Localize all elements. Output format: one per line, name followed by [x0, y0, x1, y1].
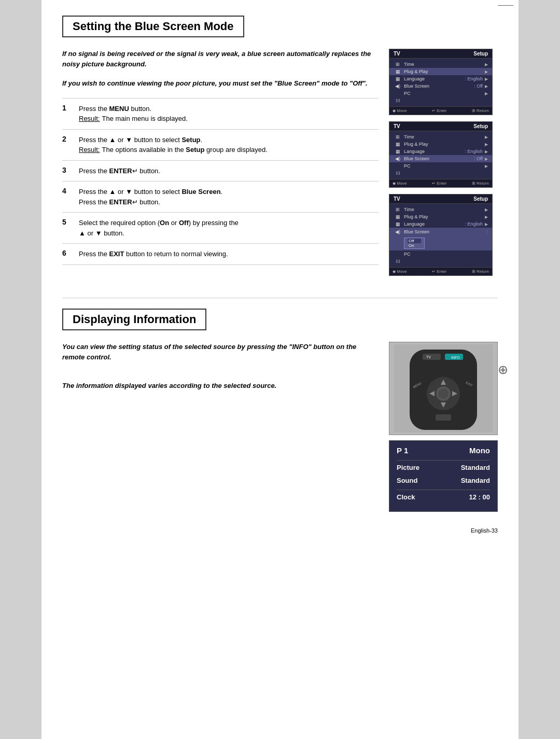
tv-panel-1-footer: ◆ Move ↵ Enter ⊞ Return	[389, 106, 492, 115]
tv-panel-2: TV Setup ⊞ Time ▶ ▦ Plug & Play ▶	[389, 121, 493, 188]
table-row: 4 Press the ▲ or ▼ button to select Blue…	[62, 182, 379, 213]
table-row: 3 Press the ENTER↵ button.	[62, 160, 379, 182]
section2-title: Displaying Information	[73, 313, 196, 326]
step-num-1: 1	[62, 98, 77, 129]
sound-icon: ◀)	[394, 156, 402, 161]
clock-icon: ⊞	[394, 207, 402, 212]
menu-label: Plug & Play	[404, 69, 483, 74]
arrow-icon: ▶	[485, 207, 488, 212]
lang-icon: ▦	[394, 221, 402, 227]
svg-text:TV: TV	[426, 355, 431, 359]
arrow-icon: ▶	[485, 222, 488, 227]
section1-content: If no signal is being received or the si…	[62, 49, 498, 282]
arrow-icon: ▶	[485, 164, 488, 169]
arrow-icon: ▶	[485, 84, 488, 89]
tv-menu-row: ▦ Language : English ▶	[389, 148, 492, 155]
arrow-icon: ▶	[485, 157, 488, 161]
arrow-icon: ▶	[485, 149, 488, 154]
tv-menu-row: ⁞⁞⁞	[389, 97, 492, 104]
svg-rect-2	[423, 354, 441, 360]
tv-panel-1: TV Setup ⊞ Time ▶ ▦ Plug & Play ▶	[389, 49, 493, 115]
menu-label: PC	[404, 252, 488, 257]
remote-control-image: INFO TV MENU	[389, 342, 498, 435]
arrow-icon: ▶	[485, 62, 488, 67]
step-content-2: Press the ▲ or ▼ button to select Setup.…	[77, 129, 379, 160]
arrow-icon: ▶	[485, 77, 488, 81]
arrow-icon: ▶	[485, 215, 488, 219]
clock-icon: ⊞	[394, 62, 402, 67]
tv-menu-row: ▦ Plug & Play ▶	[389, 141, 492, 148]
page: Setting the Blue Screen Mode If no signa…	[41, 0, 519, 739]
clock-row: Clock 12 : 00	[397, 493, 490, 501]
arrow-icon: ▶	[485, 135, 488, 140]
tv-menu-row-highlighted: ◀) Blue Screen : Off ▶	[389, 155, 492, 162]
arrow-icon: ▶	[485, 142, 488, 147]
sound-row: Sound Standard	[397, 477, 490, 484]
step-num-2: 2	[62, 129, 77, 160]
divider	[397, 490, 490, 490]
sound-icon: ◀)	[394, 229, 402, 234]
clock-label: Clock	[397, 493, 415, 501]
plug-icon: ▦	[394, 142, 402, 147]
tv-panel-3-footer: ◆ Move ↵ Enter ⊞ Return	[389, 267, 492, 275]
tv-panel-2-body: ⊞ Time ▶ ▦ Plug & Play ▶ ▦ Language	[389, 131, 492, 179]
menu-value: :	[486, 229, 488, 234]
menu-label: Language	[404, 221, 463, 227]
sound-label: Sound	[397, 477, 417, 484]
arrow-icon: ▶	[485, 69, 488, 74]
section1-title: Setting the Blue Screen Mode	[73, 20, 234, 33]
tv-header-right: Setup	[473, 123, 488, 129]
extra-icon: ⁞⁞⁞	[394, 98, 402, 103]
tv-menu-row: PC	[389, 250, 492, 258]
plug-icon: ▦	[394, 214, 402, 219]
menu-label: Time	[404, 207, 483, 212]
section2-content: You can view the setting status of the s…	[62, 342, 498, 512]
step-content-4: Press the ▲ or ▼ button to select Blue S…	[77, 182, 379, 213]
menu-label: PC	[404, 163, 483, 169]
tv-header-left: TV	[394, 123, 400, 129]
footer-enter: ↵ Enter	[432, 108, 446, 113]
footer-move: ◆ Move	[393, 181, 407, 186]
menu-label: Plug & Play	[404, 214, 483, 219]
tv-panel-2-footer: ◆ Move ↵ Enter ⊞ Return	[389, 179, 492, 187]
result-label: Result:	[79, 114, 100, 124]
tv-menu-row: PC ▶	[389, 90, 492, 97]
step-num-4: 4	[62, 182, 77, 213]
audio-mode: Mono	[469, 446, 490, 455]
section2-left: You can view the setting status of the s…	[62, 342, 379, 512]
plug-icon: ▦	[394, 69, 402, 74]
step-content-6: Press the EXIT button to return to norma…	[77, 244, 379, 265]
page-number: English-33	[62, 527, 498, 534]
tv-panel-1-body: ⊞ Time ▶ ▦ Plug & Play ▶ ▦ Language	[389, 59, 492, 106]
section2-title-box: Displaying Information	[62, 309, 206, 330]
menu-label: Language	[404, 76, 463, 81]
lang-icon: ▦	[394, 149, 402, 154]
tv-menu-row: ⊞ Time ▶	[389, 206, 492, 213]
menu-label: Blue Screen	[404, 156, 472, 161]
footer-return: ⊞ Return	[472, 108, 489, 113]
menu-value: : English	[465, 76, 483, 81]
tv-menu-row: ⁞⁞⁞	[389, 170, 492, 177]
step-num-6: 6	[62, 244, 77, 265]
section1-intro1: If no signal is being received or the si…	[62, 49, 379, 69]
tv-header-left: TV	[394, 196, 400, 202]
extra-icon: ⁞⁞⁞	[394, 171, 402, 176]
sound-value: Standard	[461, 477, 490, 484]
footer-move: ◆ Move	[393, 269, 407, 274]
step1-result: The main menu is displayed.	[102, 114, 187, 124]
menu-value: : Off	[474, 156, 483, 161]
picture-row: Picture Standard	[397, 464, 490, 471]
tv-panel-3-body: ⊞ Time ▶ ▦ Plug & Play ▶ ▦ Language	[389, 204, 492, 267]
clock-value: 12 : 00	[469, 493, 490, 501]
menu-label: Blue Screen	[404, 229, 484, 234]
registration-mark: ⊕	[498, 362, 508, 377]
tv-menu-row: ▦ Plug & Play ▶	[389, 68, 492, 75]
tv-panel-2-header: TV Setup	[389, 122, 492, 131]
channel-row: P 1 Mono	[397, 446, 490, 455]
arrow-icon: ▶	[485, 91, 488, 96]
page-num-label: English-33	[471, 527, 498, 534]
section2-intro2: The information displayed varies accordi…	[62, 381, 379, 391]
section-divider	[62, 298, 498, 298]
result-label: Result:	[79, 145, 100, 155]
sound-icon: ◀)	[394, 83, 402, 89]
